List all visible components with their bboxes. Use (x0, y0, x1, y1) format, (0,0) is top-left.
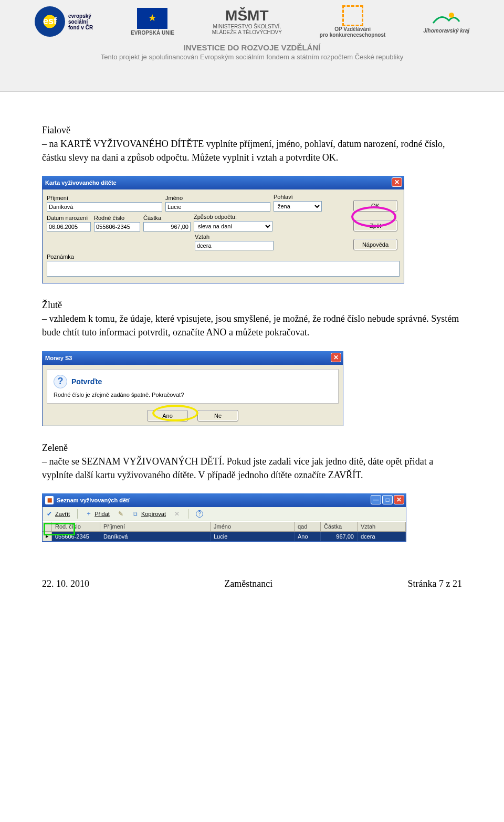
zpet-button[interactable]: Zpět (353, 220, 397, 231)
paragraph-fialove: Fialově – na KARTĚ VYŽIVOVANÉHO DÍTĚTE v… (42, 123, 462, 164)
delete-button[interactable]: ✕ (173, 510, 181, 518)
edit-icon: ✎ (117, 510, 124, 518)
seznam-title: Seznam vyživovaných dětí (57, 497, 130, 503)
edit-button[interactable]: ✎ (117, 510, 124, 518)
maximize-icon[interactable]: □ (382, 495, 393, 504)
label-castka: Částka (143, 215, 191, 221)
eu-logo: ★ EVROPSKÁ UNIE (131, 8, 174, 36)
col-vztah[interactable]: Vztah (358, 522, 406, 531)
input-prijmeni[interactable] (47, 202, 162, 212)
minimize-icon[interactable]: — (371, 495, 381, 504)
close-icon[interactable]: ✕ (331, 353, 341, 362)
footer-date: 22. 10. 2010 (42, 578, 89, 589)
kopirovat-button[interactable]: ⧉Kopírovat (132, 510, 166, 518)
ano-button[interactable]: Ano (147, 410, 188, 421)
cell-vztah: dcera (358, 532, 406, 541)
banner-strapline: INVESTICE DO ROZVOJE VZDĚLÁNÍ (0, 43, 504, 52)
seznam-grid-header: Rod. číslo Příjmení Jméno qad Částka Vzt… (43, 521, 406, 532)
close-icon[interactable]: ✕ (392, 177, 402, 187)
sponsor-banner: esf evropský sociální fond v ČR ★ EVROPS… (0, 0, 504, 92)
confirm-header: Potvrďte (71, 377, 102, 386)
col-jmeno[interactable]: Jméno (211, 522, 295, 531)
label-prijmeni: Příjmení (47, 195, 162, 201)
row-selector-header (43, 522, 52, 531)
window-icon: ▦ (45, 496, 54, 504)
cell-castka: 967,00 (321, 532, 358, 541)
label-rodne: Rodné číslo (94, 215, 140, 221)
col-rod[interactable]: Rod. číslo (52, 522, 100, 531)
ok-button[interactable]: OK (353, 200, 397, 212)
jmk-logo: Jihomoravský kraj (423, 10, 469, 34)
cell-jmeno: Lucie (211, 532, 295, 541)
check-icon: ✔ (46, 510, 53, 518)
label-pohlavi: Pohlaví (274, 194, 322, 200)
esf-logo: esf evropský sociální fond v ČR (35, 6, 93, 37)
delete-icon: ✕ (173, 510, 181, 518)
karta-titlebar[interactable]: Karta vyživovaného dítěte ✕ (42, 176, 404, 189)
seznam-toolbar: ✔Zavřít ＋Přidat ✎ ⧉Kopírovat ✕ ? (43, 507, 406, 521)
confirm-dialog: Money S3 ✕ ? Potvrďte Rodné číslo je zře… (42, 351, 343, 426)
banner-subtitle: Tento projekt je spolufinancován Evropsk… (0, 53, 504, 61)
confirm-titlebar[interactable]: Money S3 ✕ (42, 351, 343, 365)
input-jmeno[interactable] (165, 202, 270, 212)
question-icon: ? (54, 375, 67, 388)
label-zpusob: Způsob odpočtu: (194, 214, 272, 220)
footer-page: Stránka 7 z 21 (408, 578, 462, 589)
input-castka[interactable] (143, 222, 191, 231)
pridat-button[interactable]: ＋Přidat (85, 510, 110, 518)
seznam-window: ▦ Seznam vyživovaných dětí — □ ✕ ✔Zavřít… (42, 493, 406, 542)
input-datum[interactable] (47, 222, 91, 231)
toolbar-separator (188, 509, 188, 519)
close-icon[interactable]: ✕ (394, 495, 404, 504)
karta-title: Karta vyživovaného dítěte (45, 180, 117, 186)
confirm-message: Rodné číslo je zřejmě zadáno špatně. Pok… (54, 392, 332, 398)
napoveda-button[interactable]: Nápověda (353, 239, 397, 250)
label-vztah: Vztah (195, 234, 274, 240)
col-qad[interactable]: qad (295, 522, 321, 531)
input-vztah[interactable] (195, 241, 274, 250)
help-button[interactable]: ? (196, 510, 203, 518)
table-row[interactable]: ▸ 055606-2345 Daníková Lucie Ano 967,00 … (43, 532, 406, 541)
cell-prijmeni: Daníková (100, 532, 211, 541)
label-jmeno: Jméno (165, 195, 270, 201)
textarea-poznamka[interactable] (47, 261, 400, 277)
ne-button[interactable]: Ne (197, 410, 238, 421)
select-pohlavi[interactable]: žena (274, 201, 322, 212)
label-datum: Datum narození (47, 215, 91, 221)
confirm-title: Money S3 (45, 355, 72, 361)
cell-qad: Ano (295, 532, 321, 541)
cell-rod: 055606-2345 (52, 532, 100, 541)
row-selector[interactable]: ▸ (43, 532, 52, 541)
toolbar-separator (77, 509, 78, 519)
select-zpusob[interactable]: sleva na dani (194, 221, 272, 231)
footer-title: Zaměstnanci (224, 578, 272, 589)
label-poznamka: Poznámka (47, 254, 400, 260)
add-icon: ＋ (85, 510, 92, 518)
help-icon: ? (196, 510, 203, 518)
page-footer: 22. 10. 2010 Zaměstnanci Stránka 7 z 21 (42, 578, 462, 589)
zavrit-button[interactable]: ✔Zavřít (46, 510, 70, 518)
karta-dialog: Karta vyživovaného dítěte ✕ Příjmení Jmé… (42, 176, 404, 283)
copy-icon: ⧉ (132, 510, 139, 518)
svg-point-0 (449, 13, 454, 18)
input-rodne[interactable] (94, 222, 140, 231)
msmt-logo: MŠMT MINISTERSTVO ŠKOLSTVÍ, MLÁDEŽE A TĚ… (212, 8, 282, 36)
seznam-titlebar[interactable]: ▦ Seznam vyživovaných dětí — □ ✕ (42, 493, 406, 507)
col-castka[interactable]: Částka (321, 522, 358, 531)
col-prijmeni[interactable]: Příjmení (100, 522, 211, 531)
op-logo: OP Vzdělávání pro konkurenceschopnost (320, 5, 386, 38)
paragraph-zlute: Žlutě – vzhledem k tomu, že údaje, které… (42, 298, 462, 339)
paragraph-zelene: Zeleně – načte se SEZNAM VYŽIVOVANÝCH DĚ… (42, 441, 462, 482)
